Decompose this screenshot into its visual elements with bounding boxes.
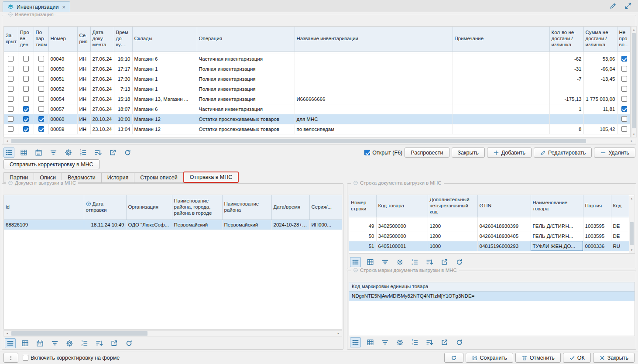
cell-number[interactable]: 00054 — [48, 94, 77, 104]
not_conducted-checkbox[interactable] — [621, 96, 627, 102]
list-view-button[interactable] — [5, 338, 16, 348]
closed-checkbox[interactable] — [8, 56, 14, 62]
column-header-by_batches[interactable]: По пар- тиям — [34, 27, 48, 51]
tab-4[interactable]: Строки описей — [134, 172, 183, 183]
table-row[interactable]: 503402500000120004260418930405ГЕЛЬ Д/СТИ… — [349, 231, 629, 241]
column-header-series[interactable]: Серия/... — [309, 195, 342, 220]
edit-icon[interactable] — [609, 2, 617, 10]
cell-inv_name[interactable] — [295, 74, 453, 84]
conducted-checkbox[interactable] — [23, 126, 29, 132]
cell-note[interactable] — [453, 84, 549, 94]
cell-series[interactable]: ИН — [77, 74, 90, 84]
scrollbar-thumb[interactable] — [632, 33, 636, 128]
enable-correction-checkbox[interactable]: Включить корректировку на форме — [23, 355, 120, 361]
cancel-button[interactable]: Отменить — [515, 353, 561, 363]
column-header-doc_date[interactable]: Дата доку- мента — [90, 27, 114, 51]
collapse-icon[interactable] — [353, 268, 358, 273]
scrollbar-thumb[interactable] — [11, 139, 586, 143]
cell-doc_date[interactable]: 27.06.24 — [90, 94, 114, 104]
scrollbar-thumb[interactable] — [630, 222, 634, 245]
settings-button[interactable] — [394, 337, 405, 347]
cell-shortage_sum[interactable]: 11,81 — [583, 104, 617, 114]
closed-checkbox[interactable] — [8, 86, 14, 92]
cell-doc_time[interactable]: 10:00 — [114, 114, 132, 124]
column-header-sent_at[interactable]: Дата отправки — [84, 195, 126, 220]
table-row[interactable]: 00049ИН27.06.2416:10Магазин 6Частичная и… — [4, 54, 631, 64]
column-header-extra_code[interactable]: Дополнительный четырехзначный код — [428, 195, 477, 217]
cell-note[interactable] — [453, 94, 549, 104]
cell-warehouses[interactable]: Магазин 1 — [132, 84, 197, 94]
save-button[interactable]: Сохранить — [466, 353, 513, 363]
export-button[interactable] — [439, 257, 450, 267]
closed-checkbox[interactable] — [8, 116, 14, 122]
cell-gtin[interactable]: 04260418930399 — [477, 221, 531, 231]
cell-warehouses[interactable]: Магазин 12 — [132, 114, 197, 124]
cell-doc_date[interactable]: 27.06.24 — [90, 64, 114, 74]
cell-shortage_sum[interactable]: 1 775 003,08 — [583, 94, 617, 104]
edit-button[interactable]: Редактировать — [534, 148, 592, 158]
more-actions-button[interactable] — [3, 353, 18, 363]
closed-checkbox[interactable] — [8, 106, 14, 112]
cell-product_code[interactable]: 3402500000 — [376, 231, 428, 241]
tab-send-to-mns[interactable]: Отправка в МНС — [183, 172, 239, 183]
by_batches-checkbox[interactable] — [38, 126, 44, 132]
cell-shortage_qty[interactable] — [549, 84, 583, 94]
cell-series[interactable]: ИН — [77, 114, 90, 124]
cell-series[interactable]: ИН — [77, 104, 90, 114]
column-header-district[interactable]: Наименование района — [222, 195, 271, 220]
table-row[interactable]: 6882610918.11.24 10:49ОДО "ЛюксСоф...Пер… — [4, 220, 342, 230]
refresh-button[interactable] — [454, 337, 465, 347]
cell-doc_date[interactable]: 27.06.24 — [90, 54, 114, 64]
cell-operation[interactable]: Полная инвентаризация — [197, 64, 295, 74]
not_conducted-checkbox[interactable] — [621, 76, 627, 82]
column-header-batch[interactable]: Партия — [583, 195, 611, 217]
cell-doc_date[interactable]: 23.10.24 — [90, 124, 114, 134]
not_conducted-checkbox[interactable] — [621, 116, 627, 122]
scroll-up-arrow[interactable]: ▴ — [631, 27, 636, 32]
cell-product_code[interactable]: 6405100001 — [376, 241, 428, 251]
sort-button[interactable] — [424, 337, 435, 347]
scroll-up-arrow[interactable]: ▴ — [629, 196, 634, 201]
scroll-left-arrow[interactable]: ◂ — [4, 331, 10, 336]
table-row[interactable]: 00050ИН27.06.2417:17Магазин 1Полная инве… — [4, 64, 631, 74]
column-header-not_conducted[interactable]: Не про во... — [617, 27, 631, 51]
cell-extra_code[interactable]: 1200 — [428, 231, 477, 241]
numbered-list-button[interactable]: 12 — [409, 337, 420, 347]
scroll-down-arrow[interactable]: ▾ — [631, 131, 636, 137]
cell-series[interactable]: ИН — [77, 94, 90, 104]
column-header-gtin[interactable]: GTIN — [477, 195, 531, 217]
ok-button[interactable]: ОК — [563, 353, 591, 363]
table-row[interactable]: 493402500000120004260418930399ГЕЛЬ Д/СТИ… — [349, 221, 629, 231]
cell-shortage_sum[interactable] — [583, 84, 617, 94]
cell-doc_time[interactable]: 18:07 — [114, 104, 132, 114]
cell-number[interactable]: 00059 — [48, 124, 77, 134]
cell-country_code[interactable]: DE — [611, 221, 629, 231]
cell-warehouses[interactable]: Магазин 6 — [132, 54, 197, 64]
cell-extra_code[interactable]: 1000 — [428, 241, 477, 251]
cell-shortage_sum[interactable]: 53,06 — [583, 54, 617, 64]
column-header-operation[interactable]: Операция — [197, 27, 295, 51]
cell-warehouses[interactable]: Магазин 1 — [132, 74, 197, 84]
by_batches-checkbox[interactable] — [38, 86, 44, 92]
scroll-right-arrow[interactable]: ▸ — [628, 138, 635, 144]
restore-layout-icon[interactable] — [624, 2, 632, 10]
cell-batch[interactable]: 1003595 — [583, 231, 611, 241]
close-button[interactable]: Закрыть — [593, 353, 635, 363]
add-button[interactable]: Добавить — [487, 148, 532, 158]
cell-warehouses[interactable]: Магазин 13, Магазин ... — [132, 94, 197, 104]
collapse-icon[interactable] — [8, 12, 13, 17]
cell-number[interactable]: 00051 — [48, 74, 77, 84]
column-header-number[interactable]: Номер — [48, 27, 77, 51]
table-view-button[interactable] — [365, 257, 376, 267]
closed-checkbox[interactable] — [8, 76, 14, 82]
numbered-list-button[interactable]: 12 — [79, 338, 90, 348]
vertical-scrollbar[interactable]: ▴ ▾ — [631, 26, 637, 137]
sort-button[interactable] — [94, 338, 105, 348]
cell-product_name[interactable]: ГЕЛЬ Д/СТИР.Н... — [531, 231, 583, 241]
cell-series[interactable]: ИН — [77, 84, 90, 94]
settings-button[interactable] — [64, 338, 75, 348]
by_batches-checkbox[interactable] — [38, 66, 44, 72]
cell-inv_name[interactable] — [295, 54, 453, 64]
table-row[interactable]: 00054ИН27.06.2415:18Магазин 13, Магазин … — [4, 94, 631, 104]
cell-note[interactable] — [453, 124, 549, 134]
